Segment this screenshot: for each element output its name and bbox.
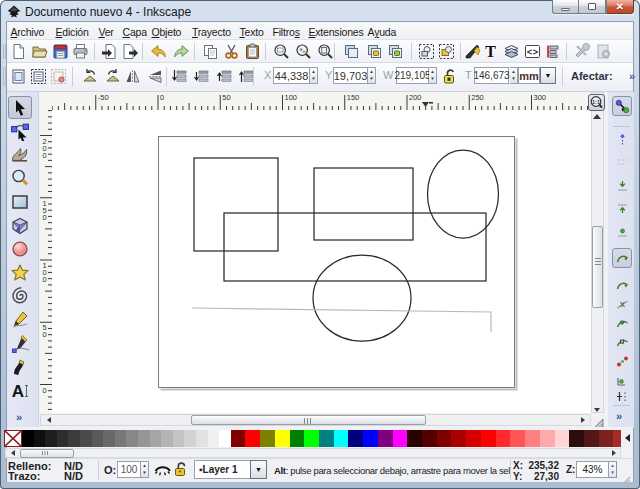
svg-text:0: 0: [160, 93, 164, 102]
svg-text:0: 0: [43, 151, 47, 160]
svg-text:150: 150: [347, 93, 360, 102]
svg-text:300: 300: [534, 93, 547, 102]
svg-text:1:1: 1:1: [592, 99, 600, 105]
svg-text:0: 0: [43, 275, 47, 284]
svg-text:0: 0: [43, 330, 47, 339]
svg-text:50: 50: [222, 93, 230, 102]
svg-text:100: 100: [285, 93, 298, 102]
svg-text:A: A: [12, 382, 24, 401]
svg-text:<>: <>: [526, 47, 538, 58]
svg-text:T: T: [485, 43, 496, 60]
svg-text:200: 200: [409, 93, 422, 102]
svg-text:0: 0: [43, 213, 47, 222]
svg-text:250: 250: [471, 93, 484, 102]
svg-text:0: 0: [43, 386, 47, 395]
svg-text:-50: -50: [98, 93, 109, 102]
